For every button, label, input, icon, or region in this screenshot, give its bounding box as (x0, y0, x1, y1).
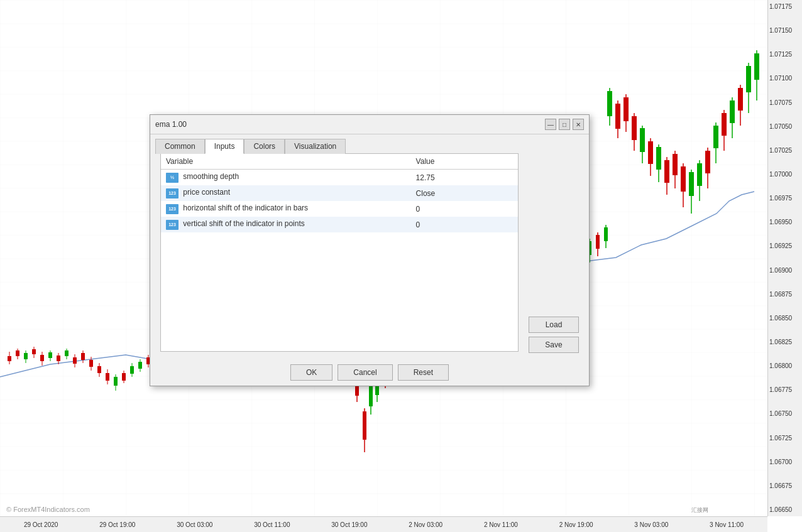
value-cell: 0 (411, 201, 518, 217)
minimize-button[interactable]: — (545, 119, 556, 130)
var-icon: 123 (166, 204, 179, 214)
time-label: 30 Oct 19:00 (331, 521, 367, 528)
svg-rect-27 (97, 366, 101, 373)
svg-rect-9 (24, 353, 28, 359)
time-label: 3 Nov 11:00 (710, 521, 744, 528)
ok-button[interactable]: OK (290, 364, 332, 381)
price-level: 1.06800 (769, 362, 801, 369)
time-label: 29 Oct 19:00 (99, 521, 135, 528)
svg-rect-49 (640, 128, 645, 152)
svg-rect-25 (89, 360, 93, 367)
price-level: 1.06950 (769, 219, 801, 225)
svg-text:汇接网: 汇接网 (691, 507, 708, 513)
time-label: 30 Oct 03:00 (177, 521, 212, 528)
inputs-table-container: Variable Value ½ smoothing depth 12.75 (160, 153, 519, 352)
price-level: 1.07175 (769, 3, 801, 10)
table-row[interactable]: 123 price constant Close (161, 185, 518, 201)
time-label: 3 Nov 03:00 (634, 521, 668, 528)
reset-button[interactable]: Reset (398, 364, 449, 381)
svg-rect-63 (697, 163, 702, 186)
svg-rect-69 (722, 113, 727, 136)
svg-rect-77 (754, 53, 759, 80)
svg-rect-67 (713, 126, 718, 148)
price-level: 1.06650 (769, 506, 801, 513)
svg-rect-53 (656, 147, 661, 170)
value-cell: 12.75 (411, 170, 518, 186)
price-axis: 1.07175 1.07150 1.07125 1.07100 1.07075 … (767, 0, 802, 516)
svg-rect-19 (65, 350, 69, 356)
svg-rect-71 (730, 100, 735, 123)
dialog-title: ema 1.00 (155, 120, 187, 129)
svg-rect-65 (705, 151, 710, 173)
maximize-button[interactable]: □ (559, 119, 570, 130)
svg-rect-15 (48, 352, 52, 358)
load-button[interactable]: Load (529, 317, 579, 333)
side-buttons-panel: Load Save (524, 153, 584, 357)
value-cell: 0 (411, 217, 518, 232)
svg-rect-13 (40, 355, 44, 361)
price-level: 1.07075 (769, 99, 801, 106)
svg-rect-55 (664, 160, 669, 183)
svg-rect-23 (81, 353, 85, 360)
price-level: 1.06725 (769, 435, 801, 442)
price-level: 1.07125 (769, 51, 801, 58)
table-row[interactable]: 123 horizontal shift of the indicator in… (161, 201, 518, 217)
variables-table: Variable Value ½ smoothing depth 12.75 (161, 154, 518, 345)
svg-rect-95 (369, 384, 373, 406)
price-level: 1.06775 (769, 386, 801, 393)
price-level: 1.06850 (769, 315, 801, 322)
time-label: 2 Nov 03:00 (409, 521, 442, 528)
variable-cell: ½ smoothing depth (161, 170, 411, 186)
svg-rect-51 (648, 141, 653, 164)
svg-rect-37 (138, 362, 142, 369)
table-row[interactable]: ½ smoothing depth 12.75 (161, 170, 518, 186)
price-level: 1.06900 (769, 267, 801, 274)
svg-rect-7 (16, 350, 19, 356)
time-label: 29 Oct 2020 (24, 521, 58, 528)
price-level: 1.06925 (769, 242, 801, 249)
svg-rect-153 (604, 227, 608, 241)
close-button[interactable]: ✕ (573, 119, 584, 130)
var-icon: 123 (166, 220, 179, 230)
svg-rect-59 (681, 166, 686, 192)
svg-rect-31 (114, 377, 118, 386)
svg-rect-45 (623, 97, 629, 121)
price-level: 1.06825 (769, 339, 801, 345)
svg-rect-29 (106, 373, 109, 381)
dialog-controls: — □ ✕ (545, 119, 584, 130)
chart-watermark: © ForexMT4Indicators.com (6, 506, 90, 513)
svg-rect-11 (32, 349, 36, 354)
svg-rect-21 (73, 357, 77, 364)
var-icon: 123 (166, 188, 179, 198)
dialog-titlebar: ema 1.00 — □ ✕ (150, 115, 589, 134)
tab-visualization[interactable]: Visualization (285, 139, 346, 154)
svg-rect-151 (596, 235, 600, 249)
price-level: 1.07150 (769, 27, 801, 34)
price-level: 1.06700 (769, 459, 801, 465)
svg-rect-43 (615, 104, 620, 129)
tab-colors[interactable]: Colors (244, 139, 285, 154)
price-level: 1.06975 (769, 195, 801, 202)
price-level: 1.07025 (769, 147, 801, 154)
price-level: 1.06750 (769, 410, 801, 417)
variable-cell: 123 price constant (161, 185, 411, 201)
table-row[interactable]: 123 vertical shift of the indicator in p… (161, 217, 518, 232)
svg-rect-5 (8, 356, 11, 361)
time-label: 2 Nov 11:00 (484, 521, 518, 528)
svg-rect-75 (746, 66, 751, 92)
svg-rect-93 (363, 411, 366, 440)
variable-cell: 123 horizontal shift of the indicator in… (161, 201, 411, 217)
price-level: 1.06875 (769, 291, 801, 298)
price-level: 1.07100 (769, 75, 801, 82)
svg-rect-35 (130, 366, 134, 374)
svg-rect-17 (57, 356, 60, 361)
time-axis: 29 Oct 2020 29 Oct 19:00 30 Oct 03:00 30… (0, 516, 767, 532)
svg-rect-61 (689, 172, 694, 196)
tab-common[interactable]: Common (155, 139, 205, 154)
cancel-button[interactable]: Cancel (338, 364, 392, 381)
dialog-footer: OK Cancel Reset (150, 359, 589, 386)
tab-inputs[interactable]: Inputs (205, 139, 244, 154)
save-button[interactable]: Save (529, 337, 579, 353)
price-level: 1.07050 (769, 123, 801, 130)
svg-rect-47 (632, 116, 637, 140)
